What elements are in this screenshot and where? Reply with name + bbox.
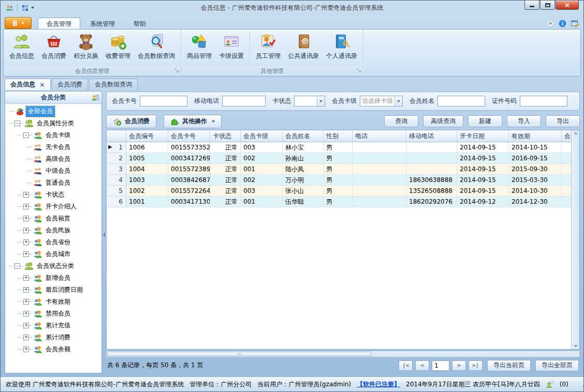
grid-cell[interactable]	[353, 153, 406, 164]
grid-cell[interactable]	[353, 175, 406, 186]
tree-collapse-box[interactable]: -	[14, 120, 20, 126]
grid-cell[interactable]	[562, 197, 571, 207]
card-level-select[interactable]: 请选择卡级	[360, 96, 403, 107]
ribbon-button[interactable]: 收费管理	[102, 31, 134, 66]
tree-expand-box[interactable]: +	[23, 239, 29, 245]
tree-expand-box[interactable]: +	[23, 275, 29, 281]
column-header-3[interactable]: 卡状态	[210, 130, 241, 142]
tree-item[interactable]: +新增会员	[6, 272, 101, 284]
grid-cell[interactable]: 2014-09-15	[457, 175, 509, 186]
grid-cell[interactable]	[562, 175, 571, 186]
member-consume-button[interactable]: 会员消费	[106, 115, 156, 128]
collapse-sidebar-icon[interactable]	[103, 232, 105, 237]
column-header-2[interactable]: 会员卡号	[168, 130, 210, 142]
column-header-10[interactable]: 有效期	[509, 130, 562, 142]
prev-page-button[interactable]: <	[415, 360, 429, 371]
grid-cell[interactable]: 2014-10-15	[509, 142, 562, 153]
grid-cell[interactable]: 孙南山	[283, 153, 324, 164]
grid-cell[interactable]	[353, 197, 406, 207]
grid-cell[interactable]	[562, 142, 571, 153]
column-header-8[interactable]: 移动电话	[406, 130, 457, 142]
grid-cell[interactable]	[406, 153, 457, 164]
grid-cell[interactable]: 2016-09-15	[509, 153, 562, 164]
software-registered-link[interactable]: 【软件已注册】	[357, 380, 400, 389]
ribbon-button[interactable]: 商品管理	[183, 31, 215, 66]
column-header-6[interactable]: 性别	[324, 130, 353, 142]
grid-cell[interactable]: 2014-12-30	[509, 197, 562, 207]
grid-cell[interactable]: 0015572264	[168, 186, 210, 197]
tree-item[interactable]: 全部会员	[6, 105, 101, 117]
scroll-up-icon[interactable]	[574, 132, 578, 134]
grid-cell[interactable]: 2015-09-30	[509, 164, 562, 175]
mobile-phone-input[interactable]	[222, 96, 266, 107]
grid-cell[interactable]	[562, 186, 571, 197]
ribbon-tab-active[interactable]: 会员管理	[38, 18, 80, 29]
tree-item[interactable]: 普通会员	[6, 177, 101, 189]
resize-grip[interactable]	[582, 381, 583, 387]
close-button[interactable]: ×	[556, 1, 579, 10]
grid-cell[interactable]: 张小山	[283, 186, 324, 197]
grid-cell[interactable]: 1005	[126, 153, 168, 164]
row-indicator-cell[interactable]: 6	[107, 197, 126, 207]
ribbon-button[interactable]: 会员消费	[38, 31, 70, 66]
member-card-no-input[interactable]	[140, 96, 187, 107]
tree-item[interactable]: +卡有效期	[6, 296, 101, 308]
tree-expand-box[interactable]: +	[23, 335, 29, 340]
table-row[interactable]: 510020015572264正常003张小山男135265088882014-…	[107, 186, 571, 197]
tree-item[interactable]: +会员余额	[6, 343, 101, 355]
grid-cell[interactable]: 男	[324, 142, 353, 153]
grid-cell[interactable]: 2014-10-30	[509, 186, 562, 197]
column-header-9[interactable]: 开卡日期	[457, 130, 509, 142]
grid-cell[interactable]	[406, 142, 457, 153]
tree-item[interactable]: +累计消费	[6, 331, 101, 343]
grid-cell[interactable]: 1003	[126, 175, 168, 186]
ribbon-tab-inactive[interactable]: 系统管理	[81, 18, 124, 29]
grid-cell[interactable]: 1001	[126, 197, 168, 207]
import-button[interactable]: 导入	[507, 115, 541, 127]
row-indicator-cell[interactable]: ▶1	[107, 142, 126, 153]
advanced-query-button[interactable]: 高级查询	[423, 115, 463, 127]
query-button[interactable]: 查询	[384, 115, 418, 127]
grid-cell[interactable]: 0003417130	[168, 197, 210, 207]
last-page-button[interactable]: >|	[469, 360, 483, 371]
tree-expand-box[interactable]: +	[23, 204, 29, 209]
grid-cell[interactable]: 0015572389	[168, 164, 210, 175]
grid-cell[interactable]: 18620292076	[406, 197, 457, 207]
ribbon-button[interactable]: @公共通讯录	[284, 31, 323, 66]
chevron-down-icon[interactable]	[317, 96, 325, 106]
grid-cell[interactable]: 正常	[210, 153, 241, 164]
grid-cell[interactable]: 1004	[126, 164, 168, 175]
first-page-button[interactable]: |<	[399, 360, 413, 371]
dialog-launcher-icon[interactable]	[174, 67, 179, 74]
tree-item[interactable]: +卡状态	[6, 189, 101, 201]
tree-item[interactable]: +会员民族	[6, 224, 101, 236]
ribbon-button[interactable]: 卡级设置	[215, 31, 247, 66]
export-current-page-button[interactable]: 导出当前页	[487, 360, 531, 371]
row-indicator-cell[interactable]: 5	[107, 186, 126, 197]
next-page-button[interactable]: >	[452, 360, 466, 371]
card-status-select[interactable]	[294, 96, 325, 107]
grid-cell[interactable]: 正常	[210, 197, 241, 207]
document-tab[interactable]: 会员数据查询	[89, 79, 138, 90]
grid-horizontal-scrollbar[interactable]	[106, 351, 580, 357]
grid-cell[interactable]: 003	[241, 142, 283, 153]
tree-item[interactable]: +会员省份	[6, 236, 101, 248]
tree-collapse-box[interactable]: -	[14, 263, 20, 269]
tree-expand-box[interactable]: +	[23, 287, 29, 293]
ribbon-button[interactable]: 员工管理	[252, 31, 284, 66]
grid-cell[interactable]: 陆小凤	[283, 164, 324, 175]
id-number-input[interactable]	[520, 96, 567, 107]
tree-expand-box[interactable]: +	[23, 311, 29, 316]
grid-cell[interactable]: 正常	[210, 186, 241, 197]
table-row[interactable]: 410030003842687正常002万小明男186306388882014-…	[107, 175, 571, 186]
tree-item[interactable]: 中级会员	[6, 165, 101, 177]
row-indicator-cell[interactable]: 4	[107, 175, 126, 186]
grid-cell[interactable]: 2014-09-12	[457, 197, 509, 207]
tree-collapse-box[interactable]: -	[23, 132, 29, 138]
grid-cell[interactable]: 002	[241, 153, 283, 164]
horizontal-scroll-thumb[interactable]	[107, 352, 371, 356]
grid-cell[interactable]: 伍华聪	[283, 197, 324, 207]
grid-cell[interactable]: 林小宝	[283, 142, 324, 153]
info-icon[interactable]	[559, 20, 566, 27]
category-settings-icon[interactable]	[92, 94, 99, 101]
